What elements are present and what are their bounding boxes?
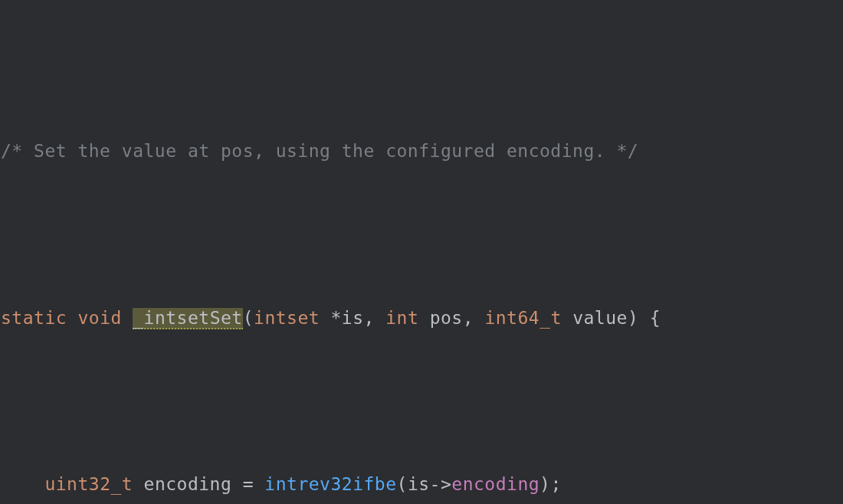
comma: ,	[364, 308, 386, 328]
indent	[1, 474, 44, 494]
type-uint32t: uint32_t	[44, 474, 133, 494]
paren-semi: );	[540, 474, 562, 494]
brace: {	[638, 308, 661, 328]
comment-text: /* Set the value at pos, using the confi…	[1, 141, 638, 161]
code-line: static void _intsetSet(intset *is, int p…	[1, 302, 843, 335]
keyword-void: void	[77, 308, 121, 328]
ident-is: is	[408, 474, 430, 494]
arrow-op: ->	[430, 474, 452, 494]
param-is: is	[342, 308, 364, 328]
code-line: uint32_t encoding = intrev32ifbe(is->enc…	[1, 468, 843, 502]
comma: ,	[463, 308, 485, 328]
space	[133, 474, 143, 494]
param-value: value	[562, 308, 628, 328]
field-encoding: encoding	[451, 474, 540, 494]
param-pos: pos	[418, 308, 462, 328]
paren: (	[243, 308, 254, 328]
star-op: *	[320, 308, 342, 328]
type-int: int	[385, 308, 418, 328]
paren: (	[397, 474, 408, 494]
paren: )	[628, 308, 638, 328]
type-intset: intset	[254, 308, 320, 328]
keyword-static: static	[1, 308, 67, 328]
code-editor[interactable]: /* Set the value at pos, using the confi…	[0, 0, 843, 504]
call-intrev32ifbe: intrev32ifbe	[264, 474, 396, 494]
code-line: /* Set the value at pos, using the confi…	[1, 135, 843, 169]
var-encoding: encoding	[144, 474, 232, 494]
func-intsetset: _intsetSet	[133, 308, 242, 329]
type-int64t: int64_t	[484, 308, 561, 328]
assign-op: =	[231, 474, 264, 494]
